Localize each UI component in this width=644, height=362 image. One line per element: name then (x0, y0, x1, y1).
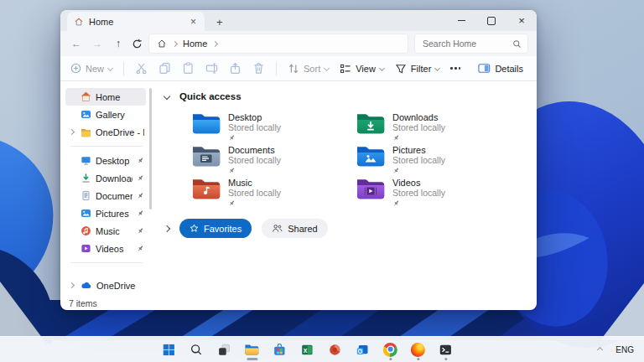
view-button[interactable]: View (340, 63, 384, 75)
sidebar-item-music[interactable]: Music (65, 222, 146, 240)
gallery-icon (80, 109, 91, 120)
sidebar-item-onedrive[interactable]: OneDrive (65, 277, 146, 294)
new-button[interactable]: New (70, 63, 112, 74)
pin-icon (137, 227, 144, 235)
file-explorer-window: Home × + × ← → ↑ Hom (60, 10, 537, 310)
pin-icon (137, 174, 144, 182)
taskbar-icons: X (159, 337, 455, 362)
sidebar-item-label: OneDrive - Perso (96, 127, 144, 137)
quick-access-grid: Desktop Stored locally (191, 111, 537, 205)
quick-access-item-videos[interactable]: Videos Stored locally (356, 177, 520, 205)
excel-icon: X (300, 343, 314, 357)
tile-name: Documents (228, 145, 281, 155)
close-button[interactable]: × (506, 10, 537, 31)
breadcrumb-chevron-icon[interactable] (212, 40, 218, 46)
sort-button[interactable]: Sort (288, 63, 329, 75)
sidebar-item-documents[interactable]: Documents (65, 187, 146, 204)
microsoft-store-icon (273, 343, 287, 357)
task-view-icon (217, 343, 231, 357)
excel-button[interactable]: X (298, 339, 317, 360)
pin-icon (137, 209, 144, 217)
documents-icon (80, 190, 91, 201)
tab-home[interactable]: Home × (67, 12, 205, 31)
sidebar-item-downloads[interactable]: Downloads (65, 169, 146, 187)
start-button[interactable] (159, 339, 179, 360)
refresh-button[interactable] (132, 39, 143, 49)
rename-button[interactable] (205, 62, 218, 75)
folder-icon (80, 127, 91, 137)
quick-access-header[interactable]: Quick access (164, 91, 537, 101)
toolbar-separator (123, 62, 124, 75)
pin-icon (392, 134, 400, 142)
taskbar-search-button[interactable] (187, 339, 206, 360)
quick-access-item-documents[interactable]: Documents Stored locally (191, 144, 356, 173)
microsoft-store-button[interactable] (270, 339, 289, 360)
sidebar-item-onedrive-personal[interactable]: OneDrive - Perso (65, 123, 146, 141)
sidebar-item-pictures[interactable]: Pictures (65, 204, 146, 222)
back-button[interactable]: ← (69, 38, 84, 49)
copy-button[interactable] (158, 62, 171, 75)
new-tab-button[interactable]: + (216, 17, 223, 28)
collapse-chevron-icon[interactable] (164, 93, 170, 100)
onedrive-cloud-icon (80, 280, 92, 291)
tab-close-icon[interactable]: × (189, 17, 198, 27)
pictures-icon (80, 208, 91, 219)
favorites-tab[interactable]: Favorites (179, 219, 252, 238)
quick-access-item-music[interactable]: Music Stored locally (191, 177, 356, 205)
view-label: View (356, 64, 376, 74)
sidebar-item-gallery[interactable]: Gallery (65, 106, 146, 123)
sidebar-scrollbar[interactable] (149, 88, 152, 209)
breadcrumb-home-icon[interactable] (157, 39, 167, 49)
music-icon (80, 225, 91, 236)
search-input[interactable] (421, 38, 512, 49)
quick-access-item-pictures[interactable]: Pictures Stored locally (356, 144, 520, 173)
pin-icon (228, 134, 236, 142)
expand-chevron-icon[interactable] (69, 129, 75, 135)
minimize-button[interactable] (446, 10, 476, 31)
expand-chevron-icon[interactable] (164, 225, 170, 231)
sidebar-item-home[interactable]: Home (65, 88, 146, 106)
delete-button[interactable] (252, 62, 265, 75)
terminal-button[interactable] (436, 339, 455, 360)
more-options-button[interactable] (450, 67, 460, 69)
filter-button[interactable]: Filter (395, 63, 439, 75)
outlook-button[interactable] (353, 339, 372, 360)
language-indicator[interactable]: ENG (615, 345, 634, 354)
desktop: Home × + × ← → ↑ Hom (0, 0, 644, 362)
maximize-button[interactable] (476, 10, 506, 31)
pin-icon (392, 199, 400, 207)
breadcrumb[interactable]: Home (148, 34, 408, 54)
details-button[interactable]: Details (478, 63, 523, 74)
tab-title: Home (89, 17, 184, 27)
forward-button[interactable]: → (90, 38, 105, 49)
search-box[interactable] (414, 34, 528, 54)
expand-chevron-icon[interactable] (69, 282, 75, 288)
system-tray: ENG (598, 337, 634, 362)
share-button[interactable] (229, 62, 242, 75)
shared-tab[interactable]: Shared (262, 219, 327, 238)
breadcrumb-item-home[interactable]: Home (183, 39, 207, 49)
chrome-icon (383, 343, 397, 357)
chrome-button[interactable] (381, 339, 400, 360)
sidebar-item-label: Videos (96, 244, 132, 254)
desktop-folder-icon (191, 111, 221, 135)
powerpoint-button[interactable] (325, 339, 345, 360)
tile-status: Stored locally (228, 156, 281, 166)
file-explorer-taskbar-button[interactable] (242, 339, 262, 360)
cut-button[interactable] (135, 62, 148, 75)
paste-button[interactable] (182, 62, 195, 75)
sidebar-item-desktop[interactable]: Desktop (65, 152, 146, 169)
task-view-button[interactable] (215, 339, 234, 360)
tab-bar: Home × + × (60, 10, 537, 31)
up-button[interactable]: ↑ (111, 38, 126, 49)
sidebar-separator (70, 146, 143, 147)
quick-access-item-desktop[interactable]: Desktop Stored locally (191, 111, 356, 140)
music-folder-icon (191, 177, 221, 200)
firefox-button[interactable] (408, 339, 428, 360)
svg-text:X: X (304, 347, 308, 353)
sidebar-item-label: OneDrive (96, 281, 144, 291)
quick-access-item-downloads[interactable]: Downloads Stored locally (356, 111, 520, 140)
tray-overflow-chevron-icon[interactable] (597, 346, 603, 352)
sidebar-item-videos[interactable]: Videos (65, 240, 146, 257)
sidebar-item-label: Music (96, 226, 132, 236)
